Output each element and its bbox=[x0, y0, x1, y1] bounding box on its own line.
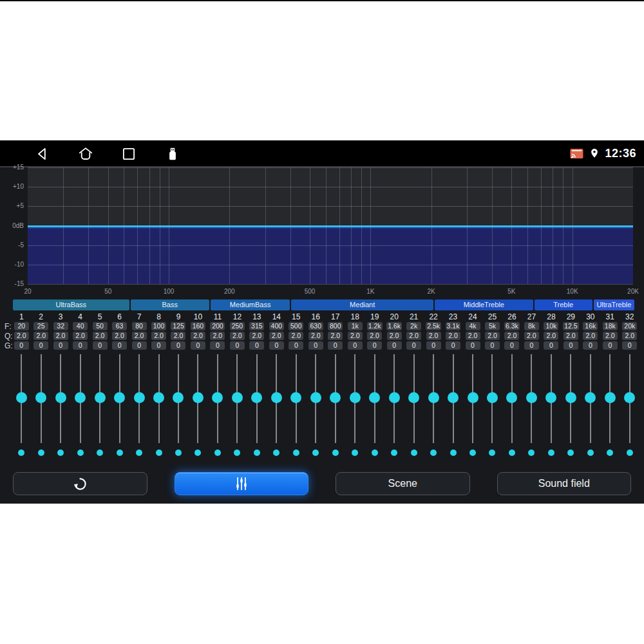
frequency-value-chip[interactable]: 80 bbox=[132, 322, 147, 330]
gain-slider[interactable] bbox=[12, 354, 31, 443]
slider-knob[interactable] bbox=[290, 392, 301, 403]
slider-knob[interactable] bbox=[95, 392, 106, 403]
gain-slider[interactable] bbox=[188, 354, 207, 443]
gain-slider[interactable] bbox=[247, 354, 267, 443]
gain-slider[interactable] bbox=[129, 354, 149, 443]
q-value-chip[interactable]: 2.0 bbox=[269, 332, 284, 340]
slider-knob[interactable] bbox=[526, 392, 537, 403]
q-value-chip[interactable]: 2.0 bbox=[387, 332, 402, 340]
slider-knob[interactable] bbox=[350, 392, 361, 403]
q-value-chip[interactable]: 2.0 bbox=[367, 332, 382, 340]
slider-knob[interactable] bbox=[212, 392, 223, 403]
q-value-chip[interactable]: 2.0 bbox=[93, 332, 108, 340]
band-header-bass[interactable]: Bass bbox=[131, 299, 209, 310]
q-value-chip[interactable]: 2.0 bbox=[348, 332, 363, 340]
gain-slider[interactable] bbox=[404, 354, 423, 443]
gain-value-chip[interactable]: 0 bbox=[289, 341, 303, 350]
frequency-value-chip[interactable]: 1.2k bbox=[367, 322, 383, 330]
frequency-value-chip[interactable]: 12.5 bbox=[563, 322, 578, 330]
slider-knob[interactable] bbox=[605, 392, 616, 403]
gain-value-chip[interactable]: 0 bbox=[210, 341, 225, 350]
gain-slider[interactable] bbox=[90, 354, 109, 443]
q-value-chip[interactable]: 2.0 bbox=[544, 332, 558, 340]
gain-slider[interactable] bbox=[326, 354, 345, 443]
slider-knob[interactable] bbox=[369, 392, 380, 403]
gain-value-chip[interactable]: 0 bbox=[583, 341, 598, 350]
q-value-chip[interactable]: 2.0 bbox=[171, 332, 185, 340]
gain-slider[interactable] bbox=[542, 354, 561, 443]
frequency-value-chip[interactable]: 50 bbox=[93, 322, 108, 330]
gain-value-chip[interactable]: 0 bbox=[603, 341, 618, 350]
frequency-value-chip[interactable]: 18k bbox=[603, 322, 618, 330]
slider-knob[interactable] bbox=[428, 392, 439, 403]
gain-slider[interactable] bbox=[345, 354, 365, 443]
slider-knob[interactable] bbox=[16, 392, 27, 403]
frequency-value-chip[interactable]: 125 bbox=[171, 322, 185, 330]
gain-value-chip[interactable]: 0 bbox=[564, 341, 578, 350]
gain-slider[interactable] bbox=[287, 354, 306, 443]
gain-slider[interactable] bbox=[267, 354, 286, 443]
gain-slider[interactable] bbox=[443, 354, 462, 443]
gain-slider[interactable] bbox=[70, 354, 90, 443]
slider-knob[interactable] bbox=[565, 392, 576, 403]
slider-knob[interactable] bbox=[134, 392, 145, 403]
gain-slider[interactable] bbox=[482, 354, 502, 443]
q-value-chip[interactable]: 2.0 bbox=[73, 332, 88, 340]
equalizer-button[interactable] bbox=[175, 472, 309, 495]
frequency-value-chip[interactable]: 4k bbox=[466, 322, 480, 330]
gain-value-chip[interactable]: 0 bbox=[112, 341, 127, 350]
gain-slider[interactable] bbox=[522, 354, 541, 443]
recents-icon[interactable] bbox=[120, 146, 137, 162]
slider-knob[interactable] bbox=[232, 392, 243, 403]
gain-value-chip[interactable]: 0 bbox=[446, 341, 460, 350]
q-value-chip[interactable]: 2.0 bbox=[191, 332, 205, 340]
gain-slider[interactable] bbox=[463, 354, 482, 443]
frequency-value-chip[interactable]: 500 bbox=[289, 322, 303, 330]
gain-slider[interactable] bbox=[561, 354, 580, 443]
slider-knob[interactable] bbox=[624, 392, 635, 403]
q-value-chip[interactable]: 2.0 bbox=[151, 332, 166, 340]
frequency-value-chip[interactable]: 20 bbox=[14, 322, 29, 330]
frequency-value-chip[interactable]: 160 bbox=[191, 322, 205, 330]
gain-value-chip[interactable]: 0 bbox=[622, 341, 637, 350]
slider-knob[interactable] bbox=[193, 392, 204, 403]
gain-slider[interactable] bbox=[109, 354, 129, 443]
q-value-chip[interactable]: 2.0 bbox=[230, 332, 245, 340]
frequency-value-chip[interactable]: 250 bbox=[230, 322, 245, 330]
frequency-value-chip[interactable]: 2k bbox=[406, 322, 421, 330]
frequency-value-chip[interactable]: 16k bbox=[583, 322, 598, 330]
q-value-chip[interactable]: 2.0 bbox=[132, 332, 147, 340]
reset-button[interactable] bbox=[13, 472, 147, 495]
band-header-treble[interactable]: Treble bbox=[535, 299, 592, 310]
slider-knob[interactable] bbox=[35, 392, 46, 403]
gain-value-chip[interactable]: 0 bbox=[406, 341, 421, 350]
slider-knob[interactable] bbox=[330, 392, 341, 403]
q-value-chip[interactable]: 2.0 bbox=[33, 332, 48, 340]
frequency-value-chip[interactable]: 20k bbox=[622, 322, 637, 330]
slider-knob[interactable] bbox=[585, 392, 596, 403]
gain-value-chip[interactable]: 0 bbox=[504, 341, 519, 350]
gain-slider[interactable] bbox=[31, 354, 50, 443]
gain-value-chip[interactable]: 0 bbox=[249, 341, 264, 350]
q-value-chip[interactable]: 2.0 bbox=[112, 332, 127, 340]
slider-knob[interactable] bbox=[251, 392, 262, 403]
band-header-ultrabass[interactable]: UltraBass bbox=[13, 299, 129, 310]
frequency-value-chip[interactable]: 10k bbox=[544, 322, 558, 330]
gain-slider[interactable] bbox=[51, 354, 70, 443]
frequency-value-chip[interactable]: 5k bbox=[485, 322, 500, 330]
gain-value-chip[interactable]: 0 bbox=[191, 341, 205, 350]
frequency-value-chip[interactable]: 2.5k bbox=[426, 322, 441, 330]
frequency-value-chip[interactable]: 40 bbox=[73, 322, 88, 330]
slider-knob[interactable] bbox=[310, 392, 321, 403]
slider-knob[interactable] bbox=[448, 392, 459, 403]
band-header-ultratreble[interactable]: UltraTreble bbox=[594, 299, 634, 310]
q-value-chip[interactable]: 2.0 bbox=[289, 332, 303, 340]
gain-value-chip[interactable]: 0 bbox=[93, 341, 108, 350]
q-value-chip[interactable]: 2.0 bbox=[504, 332, 519, 340]
slider-knob[interactable] bbox=[408, 392, 419, 403]
home-icon[interactable] bbox=[77, 146, 94, 162]
slider-knob[interactable] bbox=[271, 392, 282, 403]
frequency-value-chip[interactable]: 100 bbox=[151, 322, 166, 330]
q-value-chip[interactable]: 2.0 bbox=[524, 332, 539, 340]
gain-slider[interactable] bbox=[227, 354, 247, 443]
